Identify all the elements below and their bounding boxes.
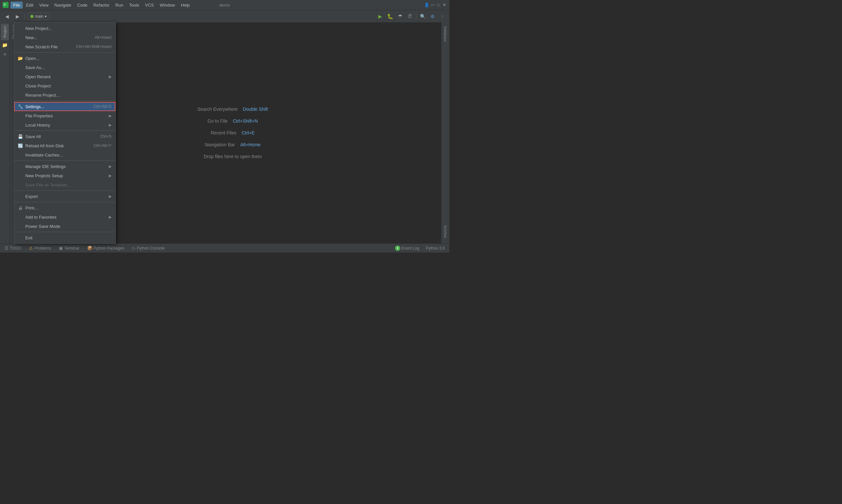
branch-status-dot [30,15,34,18]
menu-file[interactable]: File [11,2,23,8]
local-history-label: Local History [25,123,106,128]
new-scratch-label: New Scratch File [25,44,71,49]
coverage-button[interactable]: ☂ [396,12,404,21]
menu-open-recent[interactable]: Open Recent ▶ [14,72,115,81]
close-button[interactable]: ✕ [442,3,447,7]
problems-tab[interactable]: ⚠ Problems [27,245,53,251]
sidebar-icon-1[interactable]: 📁 [1,41,9,49]
search-everywhere-button[interactable]: 🔍 [418,12,427,21]
event-log-label: Event Log [401,246,419,251]
menu-open[interactable]: 📂 Open... [14,54,115,63]
menu-invalidate-caches[interactable]: Invalidate Caches... [14,150,115,159]
minimize-button[interactable]: — [430,3,435,7]
menu-save-all[interactable]: 💾 Save All Ctrl+S [14,132,115,141]
sciview-tab[interactable]: SciView [442,222,449,241]
manage-ide-label: Manage IDE Settings [25,164,106,169]
todo-icon: ☰ [5,246,8,251]
menu-new-scratch[interactable]: New Scratch File Ctrl+Alt+Shift+Insert [14,42,115,51]
sep-5 [14,190,115,191]
todo-label: TODO [10,246,21,251]
menu-reload-all[interactable]: 🔄 Reload All from Disk Ctrl+Alt+Y [14,141,115,150]
exit-label: Exit [25,235,111,240]
menu-export[interactable]: Export ▶ [14,192,115,201]
terminal-icon: ▣ [59,246,63,251]
python-version-display[interactable]: Python 3.9 [424,245,447,251]
save-all-shortcut: Ctrl+S [100,134,111,139]
hint-drop-files: Drop files here to open them [203,154,262,159]
nav-bar-key: Alt+Home [240,142,261,147]
new-projects-setup-arrow: ▶ [109,174,111,178]
run-button[interactable]: ▶ [376,12,384,21]
new-label: New... [25,35,89,40]
python-console-label: Python Console [137,246,165,251]
maximize-button[interactable]: □ [436,3,441,7]
hint-recent-files: Recent Files Ctrl+E [211,130,255,136]
debug-button[interactable]: 🐛 [386,12,394,21]
menu-new-projects-setup[interactable]: New Projects Setup ▶ [14,171,115,180]
profile-button[interactable]: ⏱ [406,12,414,21]
event-log-tab[interactable]: 1 Event Log [393,245,421,252]
menu-navigate[interactable]: Navigate [52,2,74,8]
menu-rename-project[interactable]: Rename Project... [14,90,115,100]
update-button[interactable]: ↑ [438,12,447,21]
menu-refactor[interactable]: Refactor [91,2,112,8]
reload-all-shortcut: Ctrl+Alt+Y [93,143,111,148]
right-sidebar: Database SciView [441,22,449,243]
python-packages-tab[interactable]: 📦 Python Packages [85,245,126,251]
export-label: Export [25,194,106,199]
toolbar-nav-forward[interactable]: ▶ [13,12,22,21]
new-project-label: New Project... [25,26,111,31]
menu-code[interactable]: Code [75,2,90,8]
menu-local-history[interactable]: Local History ▶ [14,120,115,129]
app-logo: P [3,2,8,8]
sep-4 [14,160,115,161]
menu-file-properties[interactable]: File Properties ▶ [14,111,115,120]
database-tab[interactable]: Database [442,24,449,44]
settings-shortcut: Ctrl+Alt+S [93,104,111,109]
menu-settings[interactable]: 🔧 Settings... Ctrl+Alt+S [14,102,115,111]
python-console-tab[interactable]: ▷ Python Console [130,245,167,251]
menu-manage-ide[interactable]: Manage IDE Settings ▶ [14,162,115,171]
menu-print[interactable]: 🖨 Print... [14,203,115,212]
file-dropdown-menu: New Project... New... Alt+Insert New Scr… [14,22,116,244]
goto-file-key: Ctrl+Shift+N [233,118,258,124]
menu-save-as[interactable]: Save As... [14,63,115,72]
toolbar-nav-back[interactable]: ◀ [3,12,11,21]
menu-close-project[interactable]: Close Project [14,81,115,90]
todo-tab[interactable]: ☰ TODO [3,245,23,251]
toolbar-sep-1 [24,13,25,20]
reload-all-label: Reload All from Disk [25,143,88,148]
svg-text:P: P [4,3,6,7]
menu-edit[interactable]: Edit [23,2,36,8]
menu-new-project[interactable]: New Project... [14,24,115,33]
nav-bar-label: Navigation Bar [205,142,235,147]
print-icon: 🖨 [17,205,23,211]
menu-power-save-mode[interactable]: Power Save Mode [14,221,115,231]
add-to-favorites-label: Add to Favorites [25,215,106,220]
menu-run[interactable]: Run [113,2,126,8]
python-packages-icon: 📦 [87,246,92,251]
open-recent-icon [17,74,23,79]
menu-tools[interactable]: Tools [127,2,142,8]
hint-search-everywhere: Search Everywhere Double Shift [197,107,268,112]
terminal-tab[interactable]: ▣ Terminal [57,245,81,251]
menu-bar: File Edit View Navigate Code Refactor Ru… [11,2,424,8]
menu-view[interactable]: View [36,2,51,8]
open-recent-arrow: ▶ [109,75,111,79]
settings-button[interactable]: ⚙ [428,12,437,21]
menu-help[interactable]: Help [178,2,192,8]
user-icon[interactable]: 👤 [424,3,429,7]
project-tab[interactable]: Project [1,24,9,40]
save-template-icon [17,182,23,188]
menu-exit[interactable]: Exit [14,233,115,242]
sidebar-icon-2[interactable]: ≡ [1,50,9,58]
toolbar-sep-2 [416,13,416,20]
menu-vcs[interactable]: VCS [142,2,157,8]
menu-new[interactable]: New... Alt+Insert [14,33,115,42]
menu-add-to-favorites[interactable]: Add to Favorites ▶ [14,212,115,221]
menu-window[interactable]: Window [157,2,178,8]
branch-selector[interactable]: main ▾ [27,13,50,20]
save-all-label: Save All [25,134,95,139]
local-history-arrow: ▶ [109,123,111,127]
settings-menu-icon: 🔧 [17,104,23,109]
